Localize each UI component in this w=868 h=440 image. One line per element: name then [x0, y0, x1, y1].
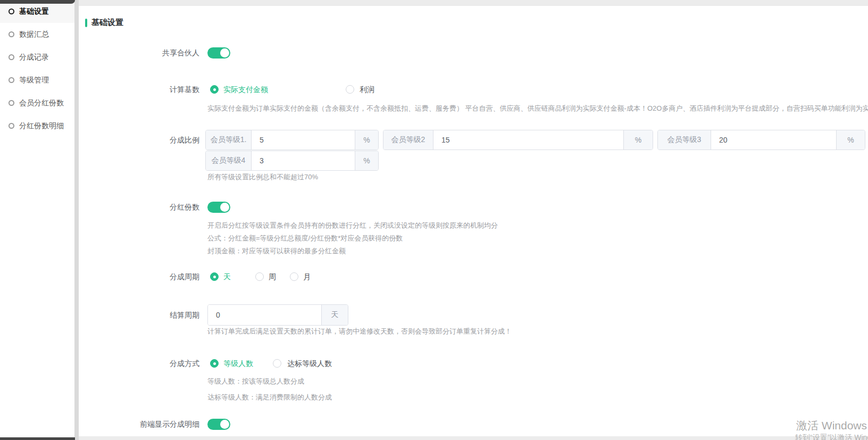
dividend-help-line: 公式：分红金额=等级分红总额度/分红份数*对应会员获得的份数 [207, 234, 403, 243]
settle-cycle-help-text: 计算订单完成后满足设置天数的累计订单，请勿中途修改天数，否则会导致部分订单重复计… [207, 327, 512, 336]
circle-icon [9, 123, 14, 129]
field-label: 分成方式 [79, 359, 199, 368]
sidebar: 基础设置 数据汇总 分成记录 等级管理 会员分红份数 分红份数明细 [0, 0, 74, 440]
mode-option-label[interactable]: 达标等级人数 [287, 359, 332, 368]
ratio-group-level4: 会员等级4 % [205, 151, 379, 171]
circle-icon [9, 31, 14, 37]
ratio-group-level1: 会员等级1. % [205, 130, 379, 150]
percent-suffix: % [623, 130, 653, 150]
page-title: 基础设置 [85, 18, 123, 28]
windows-activation-watermark: 激活 Windows [796, 418, 867, 433]
mode-option-label[interactable]: 等级人数 [223, 359, 253, 368]
window-edge-bottom [0, 437, 75, 440]
dividend-help-line: 开启后分红按等级设置条件会员持有的份数进行分红，关闭或没设定的等级则按原来的机制… [207, 221, 498, 230]
page-title-text: 基础设置 [91, 18, 123, 28]
sidebar-item-label: 基础设置 [19, 7, 49, 16]
field-label: 分成比例 [79, 130, 199, 150]
sidebar-item-label: 会员分红份数 [19, 98, 64, 108]
calc-base-option-label[interactable]: 利润 [360, 85, 374, 94]
content-panel: 基础设置 共享合伙人 计算基数 实际支付金额 利润 实际支付金额为订单实际支付的… [79, 5, 868, 436]
cycle-option-label[interactable]: 天 [223, 272, 231, 281]
front-display-toggle[interactable] [207, 419, 230, 430]
calc-base-radio-profit[interactable] [346, 85, 354, 94]
sidebar-item-member-dividend-shares[interactable]: 会员分红份数 [0, 92, 74, 114]
percent-suffix: % [355, 130, 378, 150]
share-partner-toggle[interactable] [207, 47, 230, 59]
cycle-option-label[interactable]: 周 [269, 272, 276, 281]
circle-icon [9, 9, 14, 14]
title-accent-bar-icon [85, 19, 87, 27]
sidebar-item-dividend-share-details[interactable]: 分红份数明细 [0, 114, 74, 137]
circle-icon [9, 100, 14, 106]
windows-activation-watermark-sub: 转到“设置”以激活 Windows。 [795, 433, 868, 440]
circle-icon [9, 77, 14, 83]
sidebar-item-label: 数据汇总 [19, 30, 49, 39]
ratio-group-level3: 会员等级3 % [657, 130, 865, 150]
ratio-input-level3[interactable] [711, 130, 836, 150]
ratio-prepend-label: 会员等级4 [206, 151, 252, 170]
day-unit-suffix: 天 [321, 305, 348, 325]
form-row-mode: 分成方式 等级人数 达标等级人数 [79, 359, 868, 368]
field-label: 共享合伙人 [79, 47, 199, 59]
dividend-shares-toggle[interactable] [207, 202, 230, 213]
sidebar-item-label: 分成记录 [19, 53, 49, 62]
percent-suffix: % [836, 130, 865, 150]
cycle-radio-month[interactable] [290, 272, 298, 281]
sidebar-item-label: 等级管理 [19, 76, 49, 85]
sidebar-item-data-summary[interactable]: 数据汇总 [0, 23, 74, 46]
cycle-radio-day[interactable] [210, 272, 219, 281]
sidebar-item-share-records[interactable]: 分成记录 [0, 46, 74, 69]
circle-icon [9, 54, 14, 60]
mode-help-line: 达标等级人数：满足消费限制的人数分成 [207, 393, 332, 402]
panel-divider [74, 0, 79, 440]
form-row-calc-base: 计算基数 实际支付金额 利润 [79, 85, 868, 94]
cycle-radio-week[interactable] [255, 272, 264, 281]
field-label: 分成周期 [79, 272, 199, 281]
ratio-input-level1[interactable] [252, 130, 355, 150]
window-edge-top [0, 0, 75, 4]
cycle-option-label[interactable]: 月 [303, 272, 311, 281]
sidebar-item-level-management[interactable]: 等级管理 [0, 69, 74, 92]
ratio-prepend-label: 会员等级3 [658, 130, 711, 150]
ratio-input-level4[interactable] [252, 151, 355, 170]
field-label: 结算周期 [79, 304, 199, 326]
field-label: 计算基数 [79, 85, 199, 94]
mode-radio-level-count[interactable] [210, 359, 219, 368]
ratio-prepend-label: 会员等级2 [383, 130, 433, 150]
calc-base-radio-actual-payment[interactable] [210, 85, 219, 94]
mode-help-line: 等级人数：按该等级总人数分成 [207, 377, 304, 386]
percent-suffix: % [355, 151, 378, 170]
sidebar-item-label: 分红份数明细 [19, 121, 64, 131]
settle-cycle-group: 天 [207, 304, 348, 326]
mode-radio-qualified-count[interactable] [273, 359, 281, 368]
calc-base-option-label[interactable]: 实际支付金额 [223, 85, 268, 94]
ratio-help-text: 所有等级设置比例总和不能超过70% [207, 173, 318, 181]
field-label: 前端显示分成明细 [79, 419, 199, 430]
ratio-prepend-label: 会员等级1. [206, 130, 252, 150]
field-label: 分红份数 [79, 202, 199, 213]
ratio-group-level2: 会员等级2 % [383, 130, 653, 150]
settle-cycle-input[interactable] [208, 305, 321, 325]
dividend-help-line: 封顶金额：对应等级可以获得的最多分红金额 [207, 247, 346, 255]
calc-base-help-text: 实际支付金额为订单实际支付的金额（含余额支付，不含余额抵扣、运费、服务费） 平台… [207, 104, 868, 113]
form-row-cycle: 分成周期 天 周 月 [79, 272, 868, 281]
ratio-input-level2[interactable] [433, 130, 623, 150]
screen: 基础设置 数据汇总 分成记录 等级管理 会员分红份数 分红份数明细 基础设置 [0, 0, 868, 440]
